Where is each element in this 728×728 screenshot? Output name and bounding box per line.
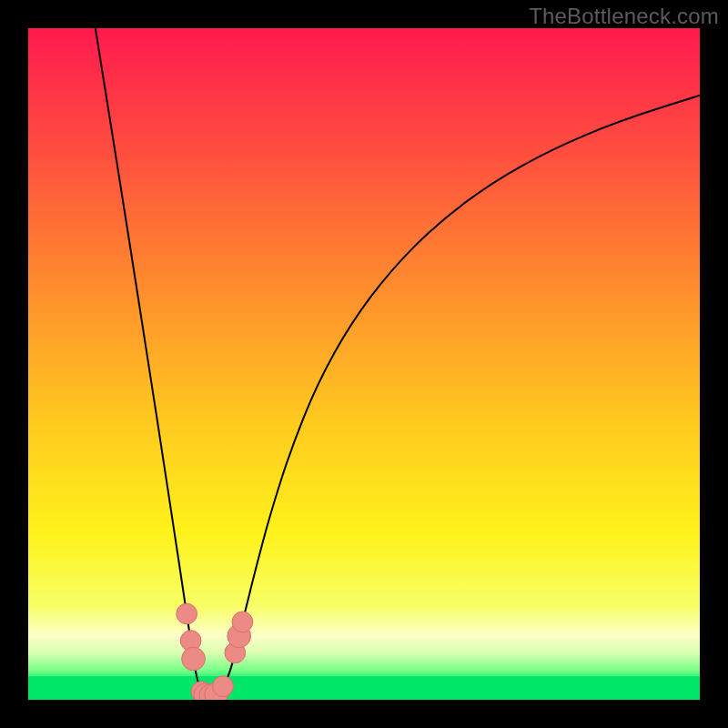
curve-marker [232,612,253,632]
curve-marker [177,603,197,624]
curve-marker [213,676,234,697]
watermark-text: TheBottleneck.com [529,4,719,29]
chart-frame: TheBottleneck.com [0,0,728,728]
plot-area [28,28,700,700]
curve-marker [182,647,206,671]
plot-svg [28,28,700,700]
green-band [28,676,700,700]
